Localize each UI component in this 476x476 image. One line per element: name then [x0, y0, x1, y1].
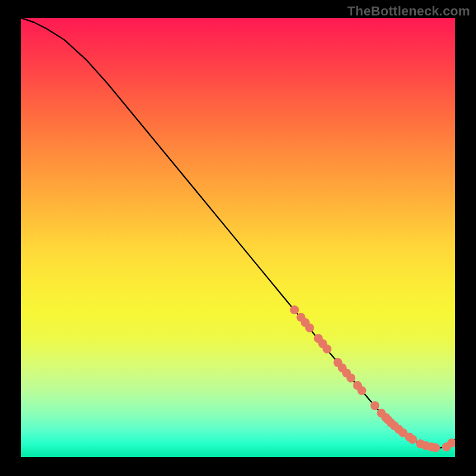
marker-group: [290, 305, 455, 452]
marker-point: [408, 435, 417, 444]
plot-area: [21, 18, 455, 457]
marker-point: [370, 401, 379, 410]
chart-svg: [21, 18, 455, 457]
marker-point: [305, 324, 314, 333]
curve-line: [21, 18, 455, 448]
chart-stage: TheBottleneck.com: [0, 0, 476, 476]
marker-point: [358, 386, 367, 395]
marker-point: [346, 374, 355, 383]
marker-point: [290, 305, 299, 314]
marker-point: [431, 443, 440, 452]
attribution-text: TheBottleneck.com: [347, 4, 470, 19]
marker-point: [322, 345, 331, 353]
